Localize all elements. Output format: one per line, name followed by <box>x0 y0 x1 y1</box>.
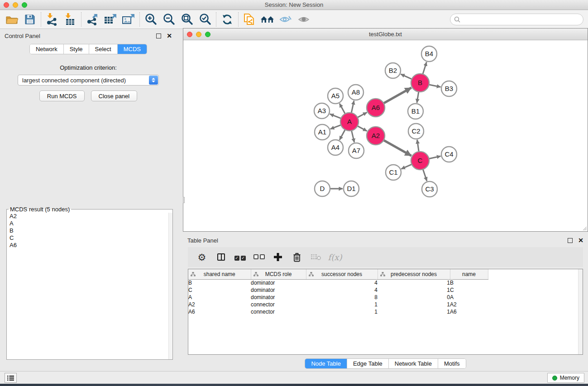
close-window-button[interactable] <box>4 2 9 8</box>
graph-edge-A-A4[interactable] <box>339 130 345 140</box>
graph-edge-C-C4[interactable] <box>429 156 441 159</box>
graph-node-A7[interactable]: A7 <box>349 143 364 158</box>
table-cell[interactable]: A2 <box>450 301 488 308</box>
graph-node-B3[interactable]: B3 <box>441 81 457 96</box>
delete-column-button[interactable] <box>289 249 305 265</box>
tab-motifs[interactable]: Motifs <box>438 359 466 368</box>
first-neighbors-button[interactable] <box>258 11 277 28</box>
table-cell[interactable]: 0 <box>378 294 450 301</box>
graph-edge-B-B4[interactable] <box>423 62 426 74</box>
close-panel-button[interactable]: Close panel <box>91 91 138 101</box>
graph-node-A3[interactable]: A3 <box>314 103 330 119</box>
graph-edge-A-A7[interactable] <box>352 130 354 142</box>
table-cell[interactable]: 1 <box>378 279 450 286</box>
table-cell[interactable]: C <box>450 286 488 294</box>
zoom-fit-button[interactable] <box>178 11 196 28</box>
zoom-network-button[interactable] <box>205 32 210 37</box>
tab-style[interactable]: Style <box>64 44 89 54</box>
export-image-button[interactable] <box>120 11 138 28</box>
graph-node-C1[interactable]: C1 <box>386 165 401 180</box>
splitter-handle[interactable] <box>183 197 185 203</box>
graph-edge-A2-C[interactable] <box>383 140 411 156</box>
table-settings-button[interactable]: ⚙ <box>194 249 210 265</box>
table-cell[interactable]: connector <box>251 301 306 308</box>
export-network-button[interactable] <box>83 11 101 28</box>
export-table-button[interactable] <box>101 11 120 28</box>
network-window-titlebar[interactable]: testGlobe.txt <box>183 29 588 40</box>
graph-node-B[interactable]: B <box>411 74 429 92</box>
graph-edge-A-A1[interactable] <box>330 125 341 129</box>
minimize-window-button[interactable] <box>13 2 18 8</box>
close-table-panel-icon[interactable]: ✕ <box>578 238 583 243</box>
graph-node-C4[interactable]: C4 <box>441 147 457 162</box>
table-cell[interactable]: A <box>450 294 488 301</box>
column-header-MCDS-role[interactable]: MCDS role <box>251 269 306 279</box>
graph-node-A8[interactable]: A8 <box>348 85 363 100</box>
table-cell[interactable]: 1 <box>306 301 378 308</box>
tab-network[interactable]: Network <box>30 44 64 54</box>
graph-node-A1[interactable]: A1 <box>315 124 330 140</box>
close-panel-icon[interactable]: ✕ <box>167 33 172 38</box>
network-graph[interactable]: AA1A2A3A4A5A6A7A8BB1B2B3B4CC1C2C3C4DD1 <box>183 40 588 231</box>
table-cell[interactable]: 1 <box>378 308 450 315</box>
float-table-panel-icon[interactable] <box>568 238 573 243</box>
save-session-button[interactable] <box>21 11 39 28</box>
graph-node-C3[interactable]: C3 <box>422 181 437 197</box>
table-row[interactable]: A6connector11A6 <box>188 308 488 315</box>
table-cell[interactable]: B <box>188 279 251 286</box>
result-item[interactable]: A2 <box>7 213 172 220</box>
table-cell[interactable]: 4 <box>306 286 378 294</box>
optimization-criterion-dropdown[interactable]: largest connected component (directed) <box>18 75 159 86</box>
table-cell[interactable]: C <box>188 286 251 294</box>
table-cell[interactable]: dominator <box>251 286 306 294</box>
table-scrollbar[interactable] <box>578 269 583 354</box>
table-cell[interactable]: 8 <box>306 294 378 301</box>
search-input[interactable] <box>450 14 583 25</box>
column-header-shared-name[interactable]: shared name <box>188 269 251 279</box>
zoom-window-button[interactable] <box>22 2 27 8</box>
result-item[interactable]: C <box>7 234 172 242</box>
table-cell[interactable]: A6 <box>188 308 251 315</box>
show-column-button[interactable] <box>213 249 229 265</box>
result-item[interactable]: A6 <box>7 242 172 249</box>
graph-edge-B-B1[interactable] <box>417 92 419 103</box>
graph-edge-B-B3[interactable] <box>429 85 441 87</box>
graph-edge-A-A8[interactable] <box>351 101 354 113</box>
graph-node-B2[interactable]: B2 <box>385 63 401 78</box>
table-cell[interactable]: 1 <box>378 286 450 294</box>
table-row[interactable]: A2connector11A2 <box>188 301 488 308</box>
graph-node-D[interactable]: D <box>315 181 330 196</box>
column-header-predecessor-nodes[interactable]: predecessor nodes <box>378 269 450 279</box>
graph-node-C[interactable]: C <box>411 152 429 170</box>
graph-edge-A-A2[interactable] <box>358 126 367 131</box>
hide-selected-button[interactable] <box>277 11 295 28</box>
table-cell[interactable]: dominator <box>251 279 306 286</box>
result-item[interactable]: B <box>7 227 172 234</box>
clone-network-button[interactable] <box>240 11 258 28</box>
show-all-button[interactable] <box>295 11 313 28</box>
graph-edge-A-A5[interactable] <box>339 104 345 114</box>
table-cell[interactable]: A <box>188 294 251 301</box>
mcds-result-list[interactable]: A2ABCA6 <box>7 213 172 359</box>
graph-edge-A6-B[interactable] <box>383 88 411 103</box>
task-history-button[interactable] <box>5 373 17 383</box>
graph-node-D1[interactable]: D1 <box>344 181 359 196</box>
table-cell[interactable]: 1 <box>378 301 450 308</box>
graph-node-A6[interactable]: A6 <box>367 99 385 117</box>
tab-mcds[interactable]: MCDS <box>118 44 147 54</box>
table-cell[interactable]: connector <box>251 308 306 315</box>
graph-edge-C-C1[interactable] <box>401 164 411 169</box>
graph-edge-A-A6[interactable] <box>358 112 367 117</box>
table-cell[interactable]: dominator <box>251 294 306 301</box>
table-cell[interactable]: A2 <box>188 301 251 308</box>
graph-node-A2[interactable]: A2 <box>367 127 385 145</box>
import-table-button[interactable] <box>61 11 79 28</box>
function-builder-button[interactable]: f(x) <box>327 249 343 265</box>
table-row[interactable]: Cdominator41C <box>188 286 488 294</box>
tab-edge-table[interactable]: Edge Table <box>347 359 389 368</box>
table-cell[interactable]: B <box>450 279 488 286</box>
graph-edge-C-C3[interactable] <box>423 169 427 181</box>
zoom-in-button[interactable] <box>142 11 160 28</box>
zoom-selected-button[interactable] <box>196 11 214 28</box>
close-network-button[interactable] <box>187 32 192 37</box>
